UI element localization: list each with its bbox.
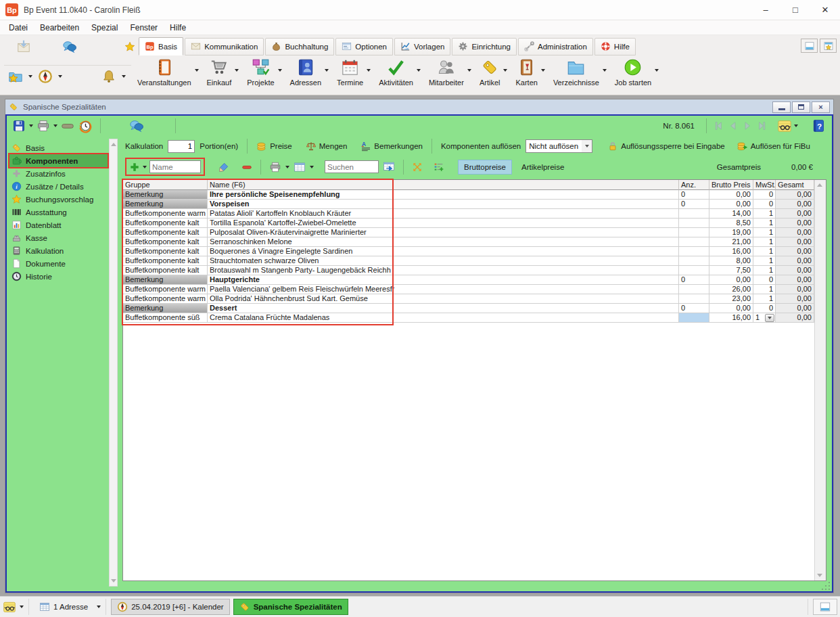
table-row-cell-mwst[interactable]: 1 — [753, 294, 776, 304]
status-notes-button[interactable] — [3, 600, 16, 614]
table-row-cell-name[interactable]: Pulposalat Oliven-Kräutervinaigrette Mar… — [208, 228, 679, 237]
table-row-cell-gesamt[interactable]: 0,00 — [776, 275, 814, 285]
column-header-2[interactable]: Anz. — [679, 180, 709, 190]
table-row-cell-gruppe[interactable]: Bemerkung — [123, 190, 208, 200]
table-row-cell-brutto[interactable]: 23,00 — [709, 294, 753, 304]
table-row-cell-name[interactable]: Vorspeisen — [208, 200, 679, 209]
table-row-cell-gesamt[interactable]: 0,00 — [776, 209, 814, 219]
grid-dropdown-icon[interactable] — [310, 166, 314, 168]
notes-dropdown-icon[interactable] — [794, 124, 798, 127]
table-row-cell-brutto[interactable]: 16,00 — [709, 313, 753, 323]
table-row-cell-brutto[interactable]: 0,00 — [709, 304, 753, 313]
sidebar-item-2[interactable]: Zusatzinfos — [9, 167, 108, 180]
scroll-up-icon[interactable] — [817, 183, 822, 187]
table-row-cell-name[interactable]: Paella Valenciana' gelbem Reis Fleischwü… — [208, 285, 679, 294]
sidebar-item-10[interactable]: Historie — [9, 270, 108, 283]
kalkulation-input[interactable] — [168, 140, 195, 153]
table-row-cell-mwst[interactable]: 0 — [753, 275, 776, 285]
nav-next-button[interactable] — [741, 120, 753, 132]
mwst-dropdown-button[interactable] — [765, 314, 774, 322]
tab-bruttopreise[interactable]: Bruttopreise — [458, 160, 512, 175]
table-row-cell-mwst[interactable]: 0 — [753, 304, 776, 313]
table-row-cell-brutto[interactable]: 7,50 — [709, 266, 753, 275]
active-task-button[interactable]: Spanische Spezialitäten — [233, 599, 348, 615]
tool-3[interactable]: Adressen — [285, 56, 332, 87]
table-row-cell-gruppe[interactable]: Buffetkomponente warm — [123, 285, 208, 294]
table-row-cell-name[interactable]: Brotauswahl m Stangenb Party- Laugengebä… — [208, 266, 679, 275]
doc-restore-button[interactable] — [792, 101, 810, 113]
table-row-cell-gesamt[interactable]: 0,00 — [776, 200, 814, 209]
table-row-cell-mwst[interactable]: 0 — [753, 190, 776, 200]
grid-view-button[interactable] — [294, 161, 306, 173]
table-row-cell-mwst[interactable]: 1 — [753, 228, 776, 237]
compass-dropdown-icon[interactable] — [58, 75, 62, 78]
window-list-button[interactable] — [813, 599, 837, 615]
menu-item-1[interactable]: Bearbeiten — [34, 20, 85, 35]
table-row-cell-gruppe[interactable]: Buffetkomponente warm — [123, 294, 208, 304]
table-row-cell-brutto[interactable]: 26,00 — [709, 285, 753, 294]
tool-0[interactable]: Veranstaltungen — [133, 56, 202, 87]
table-row-cell-gesamt[interactable]: 0,00 — [776, 237, 814, 247]
preise-button[interactable]: Preise — [256, 141, 292, 152]
column-header-5[interactable]: Gesamt — [776, 180, 814, 190]
edit-button[interactable] — [218, 162, 229, 173]
table-row-cell-anz[interactable]: 0 — [679, 200, 709, 209]
menu-item-4[interactable]: Hilfe — [164, 20, 192, 35]
table-row-cell-gruppe[interactable]: Buffetkomponente warm — [123, 209, 208, 219]
component-name-input[interactable] — [149, 160, 201, 173]
bell-icon[interactable] — [101, 69, 116, 84]
table-row-cell-anz[interactable] — [679, 294, 709, 304]
scroll-up-icon[interactable] — [111, 143, 116, 146]
tool-dropdown-icon[interactable] — [541, 69, 545, 72]
adresse-status-button[interactable]: 1 Adresse — [34, 599, 93, 615]
table-row-cell-gruppe[interactable]: Bemerkung — [123, 200, 208, 209]
table-row-cell-brutto[interactable]: 14,00 — [709, 209, 753, 219]
table-row-cell-brutto[interactable]: 21,00 — [709, 237, 753, 247]
sidebar-item-8[interactable]: Kalkulation — [9, 244, 108, 257]
table-row-cell-anz[interactable] — [679, 209, 709, 219]
column-header-0[interactable]: Gruppe — [123, 180, 208, 190]
table-row-cell-mwst[interactable]: 1 — [753, 256, 776, 266]
sidebar-item-5[interactable]: Ausstattung — [9, 206, 108, 219]
tool-7[interactable]: Artikel — [475, 56, 511, 87]
time-tracking-button[interactable] — [78, 118, 93, 133]
table-row-cell-gesamt[interactable]: 0,00 — [776, 190, 814, 200]
table-row-cell-gesamt[interactable]: 0,00 — [776, 247, 814, 256]
table-row-cell-mwst[interactable]: 0 — [753, 200, 776, 209]
sidebar-item-7[interactable]: Kasse — [9, 231, 108, 244]
table-row-cell-gesamt[interactable]: 0,00 — [776, 294, 814, 304]
column-header-1[interactable]: Name (F6) — [208, 180, 679, 190]
table-row-cell-anz[interactable]: 0 — [679, 304, 709, 313]
notes-button[interactable] — [777, 118, 792, 133]
tool-dropdown-icon[interactable] — [467, 69, 471, 72]
nav-prev-button[interactable] — [727, 120, 739, 132]
table-row-cell-gesamt[interactable]: 0,00 — [776, 304, 814, 313]
tool-4[interactable]: Termine — [332, 56, 374, 87]
ribbon-tab-1[interactable]: Kommunikation — [185, 38, 264, 55]
table-row-cell-brutto[interactable]: 19,00 — [709, 228, 753, 237]
print-dropdown-icon[interactable] — [53, 124, 57, 127]
table-row-cell-name[interactable]: Serranoschinken Melone — [208, 237, 679, 247]
ribbon-tab-5[interactable]: Einrichtung — [452, 38, 517, 55]
minimize-button[interactable]: – — [751, 0, 780, 20]
tool-dropdown-icon[interactable] — [503, 69, 507, 72]
tool-10[interactable]: Job starten — [610, 56, 662, 87]
table-row-cell-brutto[interactable]: 0,00 — [709, 200, 753, 209]
search-table-button[interactable] — [383, 161, 395, 173]
tool-dropdown-icon[interactable] — [417, 69, 421, 72]
table-row-cell-brutto[interactable]: 16,00 — [709, 247, 753, 256]
table-row-cell-gruppe[interactable]: Buffetkomponente süß — [123, 313, 208, 323]
compass-icon[interactable] — [38, 69, 53, 84]
table-scrollbar[interactable] — [814, 180, 826, 580]
table-row-cell-gruppe[interactable]: Bemerkung — [123, 304, 208, 313]
table-row-cell-anz[interactable] — [679, 256, 709, 266]
tool-dropdown-icon[interactable] — [603, 69, 607, 72]
table-row-cell-gruppe[interactable]: Buffetkomponente kalt — [123, 266, 208, 275]
table-row-cell-name[interactable]: Strauchtomaten schwarze Oliven — [208, 256, 679, 266]
tool-dropdown-icon[interactable] — [325, 69, 329, 72]
sidebar-scrollbar[interactable] — [109, 139, 118, 587]
sidebar-item-1[interactable]: Komponenten — [9, 154, 108, 167]
scroll-down-icon[interactable] — [817, 574, 822, 577]
table-row-cell-mwst[interactable]: 1 — [753, 285, 776, 294]
sperre-toggle[interactable]: Auflösungssperre bei Eingabe — [607, 141, 724, 152]
